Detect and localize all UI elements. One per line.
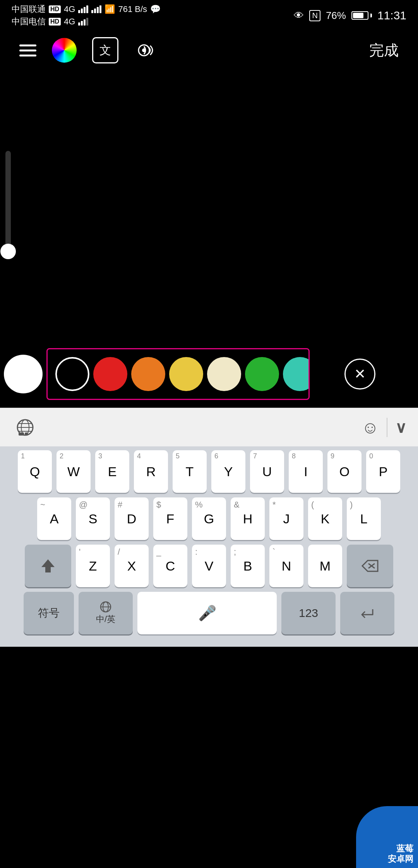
eye-icon: 👁 <box>294 10 304 22</box>
number-key[interactable]: 123 <box>281 592 336 634</box>
battery-icon <box>351 11 372 20</box>
signal-bars-3 <box>78 18 88 26</box>
hamburger-menu-button[interactable] <box>19 44 36 56</box>
color-white-selected[interactable] <box>4 355 43 393</box>
lang-switch-key[interactable]: 中/英 <box>79 592 133 634</box>
signal-bars-2 <box>91 5 101 13</box>
key-Z[interactable]: 'Z <box>76 545 110 587</box>
color-palette-box <box>46 348 310 400</box>
symbol-key[interactable]: 符号 <box>24 592 74 634</box>
key-S[interactable]: @S <box>76 497 110 540</box>
carrier1-4g: 4G <box>64 4 75 14</box>
svg-point-1 <box>142 48 146 52</box>
translate-label: 文 <box>99 43 111 58</box>
toolbar: 文 完成 <box>0 31 418 70</box>
svg-rect-7 <box>19 432 24 436</box>
carrier1-hd: HD <box>49 5 61 13</box>
carrier2-hd: HD <box>49 18 61 26</box>
bottom-branding: 蓝莓安卓网 <box>356 806 418 868</box>
keyboard-input-right: ☺ ∨ <box>361 418 406 437</box>
canvas-area[interactable] <box>0 70 418 340</box>
shift-key[interactable] <box>25 545 71 587</box>
color-green[interactable] <box>245 357 279 391</box>
space-key[interactable]: 🎤 <box>137 592 277 634</box>
carrier2-4g: 4G <box>64 17 75 27</box>
delete-color-button[interactable]: ✕ <box>344 359 375 390</box>
enter-key[interactable] <box>340 592 394 634</box>
color-orange[interactable] <box>131 357 165 391</box>
key-P[interactable]: 0P <box>366 450 400 493</box>
key-A[interactable]: ~A <box>37 497 71 540</box>
keyboard-input-bar: ☺ ∨ <box>0 408 418 446</box>
delete-x-icon: ✕ <box>354 366 366 382</box>
key-U[interactable]: 7U <box>250 450 284 493</box>
keyboard-input-left <box>12 414 275 441</box>
color-red[interactable] <box>93 357 127 391</box>
keyboard: 1Q 2W 3E 4R 5T 6Y 7U 8I 9O 0P ~A @S #D $… <box>0 446 418 647</box>
carrier1-name: 中国联通 <box>12 3 46 15</box>
network-speed: 761 B/s <box>118 4 147 14</box>
clock: 11:31 <box>377 9 406 22</box>
key-R[interactable]: 4R <box>134 450 168 493</box>
svg-rect-8 <box>25 432 28 436</box>
carrier-info: 中国联通 HD 4G 📶 761 B/s 💬 中国电信 HD 4G <box>12 3 161 27</box>
divider <box>387 418 387 437</box>
key-M[interactable]: M <box>308 545 342 587</box>
key-L[interactable]: )L <box>347 497 381 540</box>
keyboard-row-1: 1Q 2W 3E 4R 5T 6Y 7U 8I 9O 0P <box>0 450 418 493</box>
status-bar: 中国联通 HD 4G 📶 761 B/s 💬 中国电信 HD 4G <box>0 0 418 31</box>
chevron-down-button[interactable]: ∨ <box>395 419 406 436</box>
branding-text: 蓝莓安卓网 <box>388 844 413 864</box>
key-V[interactable]: :V <box>192 545 226 587</box>
key-H[interactable]: &H <box>231 497 265 540</box>
globe-keyboard-button[interactable] <box>12 414 39 441</box>
wechat-icon: 💬 <box>150 4 161 14</box>
key-W[interactable]: 2W <box>57 450 91 493</box>
nfc-icon: N <box>309 10 320 21</box>
carrier2-name: 中国电信 <box>12 16 46 27</box>
speaker-button[interactable] <box>134 37 160 63</box>
key-I[interactable]: 8I <box>289 450 323 493</box>
color-cream[interactable] <box>207 357 241 391</box>
svg-marker-9 <box>41 559 55 572</box>
color-yellow[interactable] <box>169 357 203 391</box>
microphone-icon: 🎤 <box>198 605 216 622</box>
backspace-key[interactable] <box>347 545 393 587</box>
emoji-button[interactable]: ☺ <box>361 418 379 437</box>
key-B[interactable]: ;B <box>231 545 265 587</box>
color-teal[interactable] <box>283 357 310 391</box>
color-white-outline[interactable] <box>55 357 89 391</box>
key-N[interactable]: `N <box>269 545 303 587</box>
keyboard-row-3: 'Z /X _C :V ;B `N M <box>0 545 418 587</box>
key-K[interactable]: (K <box>308 497 342 540</box>
key-C[interactable]: _C <box>153 545 187 587</box>
keyboard-row-4: 符号 中/英 🎤 123 <box>0 592 418 634</box>
color-wheel-button[interactable] <box>52 38 77 63</box>
signal-bars-1 <box>78 5 88 13</box>
size-slider-thumb[interactable] <box>0 244 16 259</box>
key-G[interactable]: %G <box>192 497 226 540</box>
key-D[interactable]: #D <box>115 497 149 540</box>
key-T[interactable]: 5T <box>173 450 207 493</box>
text-input[interactable] <box>43 416 275 439</box>
color-palette-container: ✕ <box>0 340 418 408</box>
key-E[interactable]: 3E <box>95 450 129 493</box>
size-slider-track[interactable] <box>5 151 11 259</box>
key-J[interactable]: *J <box>269 497 303 540</box>
key-F[interactable]: $F <box>153 497 187 540</box>
toolbar-left-icons: 文 <box>19 37 160 63</box>
key-Y[interactable]: 6Y <box>211 450 245 493</box>
status-right: 👁 N 76% 11:31 <box>294 9 406 22</box>
translate-button[interactable]: 文 <box>92 37 118 63</box>
key-Q[interactable]: 1Q <box>18 450 52 493</box>
done-button[interactable]: 完成 <box>369 41 399 60</box>
key-O[interactable]: 9O <box>327 450 361 493</box>
battery-percent: 76% <box>326 10 346 22</box>
wifi-icon: 📶 <box>104 4 115 14</box>
key-X[interactable]: /X <box>115 545 149 587</box>
keyboard-row-2: ~A @S #D $F %G &H *J (K )L <box>0 497 418 540</box>
